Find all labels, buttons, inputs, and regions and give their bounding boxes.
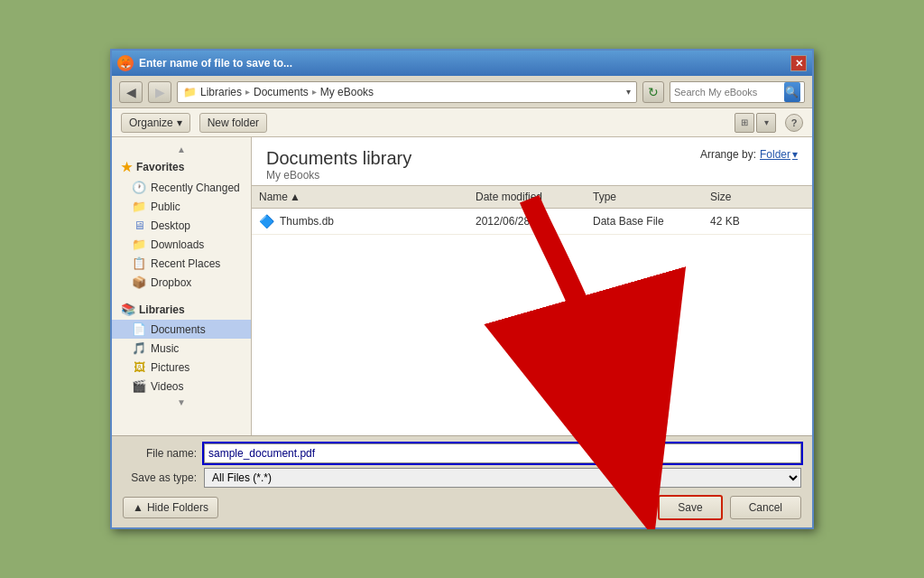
filename-input-wrapper [204, 443, 801, 463]
sidebar-item-label: Downloads [151, 238, 204, 251]
file-size: 42 KB [703, 213, 775, 229]
savetype-select[interactable]: All Files (*.*) [204, 468, 801, 488]
sidebar-item-videos[interactable]: 🎬 Videos [112, 377, 251, 396]
save-button[interactable]: Save [658, 495, 722, 520]
sidebar-item-label: Pictures [151, 361, 189, 374]
save-dialog: 🦊 Enter name of file to save to... ✕ ◀ ▶… [110, 49, 814, 529]
savetype-row: Save as type: All Files (*.*) [123, 468, 801, 488]
sidebar-item-recent-places[interactable]: 📋 Recent Places [112, 254, 251, 273]
search-input[interactable] [674, 87, 781, 98]
refresh-button[interactable]: ↻ [642, 81, 664, 103]
music-icon: 🎵 [132, 341, 146, 355]
library-title: Documents library [266, 148, 411, 169]
arrange-by-dropdown[interactable]: Folder ▾ [760, 148, 798, 161]
sort-asc-icon: ▲ [290, 191, 300, 203]
back-button[interactable]: ◀ [119, 81, 143, 103]
libraries-folder-icon: 📚 [121, 303, 135, 316]
bottom-section: File name: Save as type: All Files (*.*)… [112, 435, 812, 527]
nav-bar: ◀ ▶ 📁 Libraries ▸ Documents ▸ My eBooks … [112, 76, 812, 108]
bottom-buttons: ▲ Hide Folders Save Cancel [123, 495, 801, 520]
file-name-cell: 🔷 Thumbs.db [252, 212, 468, 230]
sidebar-item-label: Desktop [151, 219, 190, 232]
organize-button[interactable]: Organize ▾ [121, 113, 190, 133]
toolbar: Organize ▾ New folder ⊞ ▾ ? [112, 108, 812, 137]
view-buttons: ⊞ ▾ [735, 113, 776, 133]
firefox-icon: 🦊 [117, 55, 134, 71]
hide-folders-label: Hide Folders [147, 501, 208, 514]
sidebar-item-music[interactable]: 🎵 Music [112, 339, 251, 358]
desktop-icon: 🖥 [132, 219, 146, 232]
help-button[interactable]: ? [785, 114, 803, 132]
search-button[interactable]: 🔍 [784, 82, 800, 102]
view-dropdown-button[interactable]: ▾ [756, 113, 776, 133]
content-area: ▲ ★ Favorites 🕐 Recently Changed 📁 Publi… [112, 137, 812, 435]
savetype-select-wrapper: All Files (*.*) [204, 468, 801, 488]
sidebar-libraries-header[interactable]: 📚 Libraries [112, 299, 251, 320]
sidebar-item-label: Recent Places [151, 257, 220, 270]
filename-label: File name: [123, 447, 204, 460]
new-folder-button[interactable]: New folder [199, 113, 267, 133]
downloads-folder-icon: 📁 [132, 238, 146, 251]
pictures-icon: 🖼 [132, 360, 146, 374]
organize-label: Organize [129, 117, 173, 129]
col-header-name[interactable]: Name ▲ [252, 189, 468, 205]
sidebar-item-documents[interactable]: 📄 Documents [112, 320, 251, 339]
col-header-date[interactable]: Date modified [468, 189, 586, 205]
col-header-size[interactable]: Size [703, 189, 775, 205]
table-row[interactable]: 🔷 Thumbs.db 2012/06/28 ... Data Base Fil… [252, 209, 812, 235]
public-folder-icon: 📁 [132, 200, 146, 213]
recent-places-icon: 📋 [132, 256, 146, 270]
filename-input[interactable] [204, 443, 801, 463]
breadcrumb-libraries: Libraries [200, 86, 242, 98]
close-button[interactable]: ✕ [790, 55, 807, 71]
view-toggle-button[interactable]: ⊞ [735, 113, 754, 133]
sidebar-item-label: Documents [151, 323, 206, 336]
organize-dropdown-icon: ▾ [177, 117, 182, 129]
file-name: Thumbs.db [280, 215, 334, 228]
sidebar-item-downloads[interactable]: 📁 Downloads [112, 235, 251, 254]
scroll-down-arrow[interactable]: ▼ [177, 397, 186, 407]
address-dropdown-arrow[interactable]: ▾ [626, 87, 631, 97]
favorites-label: Favorites [136, 161, 184, 173]
file-date: 2012/06/28 ... [468, 213, 586, 229]
library-subtitle: My eBooks [266, 169, 411, 182]
scroll-up-arrow[interactable]: ▲ [177, 144, 186, 154]
documents-folder-icon: 📄 [132, 322, 146, 336]
sidebar-item-label: Music [151, 342, 179, 355]
arrange-by-label: Arrange by: [700, 148, 756, 161]
sidebar-item-recently-changed[interactable]: 🕐 Recently Changed [112, 178, 251, 197]
file-type: Data Base File [586, 213, 703, 229]
savetype-label: Save as type: [123, 471, 204, 484]
breadcrumb-documents: Documents [254, 86, 309, 98]
breadcrumb-sep-2: ▸ [312, 87, 317, 97]
sidebar-item-label: Public [151, 200, 180, 213]
action-buttons: Save Cancel [658, 495, 801, 520]
sidebar-item-pictures[interactable]: 🖼 Pictures [112, 358, 251, 377]
sidebar-item-public[interactable]: 📁 Public [112, 197, 251, 216]
sidebar-scroll-top: ▲ [112, 143, 251, 156]
hide-folders-button[interactable]: ▲ Hide Folders [123, 497, 218, 518]
filename-row: File name: [123, 443, 801, 463]
sidebar-favorites-header[interactable]: ★ Favorites [112, 156, 251, 178]
breadcrumb-sep-1: ▸ [245, 87, 250, 97]
hide-folders-arrow: ▲ [133, 501, 143, 514]
main-pane: Documents library My eBooks Arrange by: … [252, 137, 812, 435]
sidebar-item-label: Recently Changed [151, 182, 240, 194]
sidebar-scroll-bottom: ▼ [112, 396, 251, 409]
file-icon: 🔷 [259, 214, 274, 228]
sidebar-item-dropbox[interactable]: 📦 Dropbox [112, 273, 251, 292]
arrange-by: Arrange by: Folder ▾ [700, 148, 798, 161]
title-bar-left: 🦊 Enter name of file to save to... [117, 55, 292, 71]
videos-icon: 🎬 [132, 379, 146, 393]
sidebar-item-desktop[interactable]: 🖥 Desktop [112, 216, 251, 235]
cancel-button[interactable]: Cancel [730, 496, 801, 519]
main-header: Documents library My eBooks Arrange by: … [252, 137, 812, 185]
file-list: Name ▲ Date modified Type Size [252, 185, 812, 435]
col-header-type[interactable]: Type [586, 189, 703, 205]
sidebar: ▲ ★ Favorites 🕐 Recently Changed 📁 Publi… [112, 137, 252, 435]
forward-button[interactable]: ▶ [148, 81, 171, 103]
sidebar-item-label: Dropbox [151, 276, 191, 289]
recently-changed-icon: 🕐 [132, 181, 146, 194]
breadcrumb-myebooks: My eBooks [320, 86, 374, 98]
title-bar: 🦊 Enter name of file to save to... ✕ [112, 51, 812, 76]
